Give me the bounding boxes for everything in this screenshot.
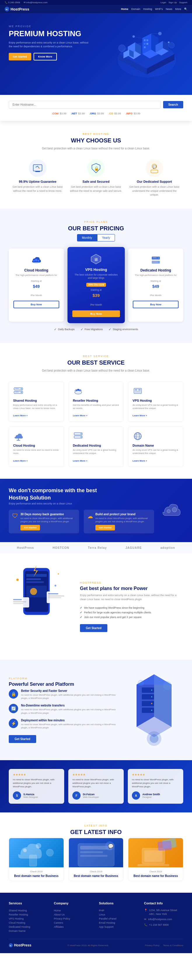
svg-text:💬: 💬: [108, 843, 114, 849]
footer-careers-link[interactable]: Careers: [54, 921, 94, 925]
cloud-service-learn-more[interactable]: Learn More »: [13, 460, 28, 462]
blog-post-title-2: Best domain name for Business: [72, 874, 121, 878]
vps-service-learn-more[interactable]: Learn More »: [132, 414, 147, 417]
footer-app-support-link[interactable]: App Support: [99, 925, 138, 929]
signup-link[interactable]: Sign Up: [169, 1, 177, 4]
server-feature-downtime: 🔄 No-Downtime website transfers no need …: [9, 704, 118, 714]
dedicated-plan-icon: [150, 254, 162, 266]
tld-com: .COM $3.99: [52, 112, 66, 115]
svg-rect-62: [135, 389, 137, 391]
email-link[interactable]: ✉ info@hostpress.com: [24, 1, 48, 4]
pricing-tab-yearly[interactable]: Yearly: [97, 234, 115, 242]
plans-get-started-button[interactable]: Get Started: [80, 624, 107, 632]
footer-contact-col: Contact Info 📍 1234, 5th Avenue Street A…: [144, 902, 184, 933]
footer-privacy-link[interactable]: Privacy Policy: [54, 916, 94, 921]
svg-point-32: [38, 167, 40, 169]
footer-terms-link[interactable]: Terms & Conditions: [163, 944, 183, 947]
dedicated-buy-button[interactable]: Buy Now: [133, 301, 179, 308]
tld-info-price: $3.99: [134, 112, 140, 115]
footer-domain-name-link[interactable]: Domain Name: [9, 929, 48, 933]
dedicated-service-learn-more[interactable]: Learn More »: [73, 460, 87, 462]
partner-adoption: adoption: [160, 546, 175, 549]
footer-affiliates-link[interactable]: Affiliates: [54, 925, 94, 929]
stars-2: ★★★★★: [72, 773, 120, 776]
domain-search-input[interactable]: [9, 101, 161, 108]
footer-cloud-hosting-link[interactable]: Cloud Hosting: [9, 921, 48, 925]
domain-search-button[interactable]: Search: [163, 101, 183, 108]
blog-post-3[interactable]: Check 2019 Best domain name for Business: [128, 838, 183, 881]
server-get-started-button[interactable]: Get Started: [9, 735, 36, 743]
vps-buy-button[interactable]: Buy Now: [72, 310, 120, 317]
footer-linux-link[interactable]: Linux: [99, 913, 138, 916]
nav-whfs[interactable]: WHF's: [155, 8, 163, 11]
cloud-buy-button[interactable]: Buy Now: [13, 301, 59, 308]
login-link[interactable]: Login: [160, 1, 166, 4]
reseller-hosting-learn-more[interactable]: Learn More »: [73, 414, 87, 417]
plans-features-list: We have supporting WordPress since the b…: [80, 605, 183, 619]
nav-hosting[interactable]: Hosting: [143, 8, 152, 11]
nav-home[interactable]: Home: [121, 8, 129, 11]
guarantee-btn[interactable]: Get Started: [21, 525, 40, 530]
footer-reseller-hosting-link[interactable]: Reseller Hosting: [9, 913, 48, 916]
svg-rect-89: [13, 599, 22, 600]
downtime-feature-title: No-Downtime website transfers: [21, 704, 118, 707]
support-link[interactable]: Support: [179, 1, 187, 4]
footer-about-link[interactable]: About Us: [54, 913, 94, 916]
blog-img-1: [9, 838, 63, 867]
svg-point-108: [151, 710, 152, 711]
svg-point-112: [138, 680, 144, 686]
banner-cloud-graphic: [160, 498, 183, 523]
secure-card-desc: Get best protection with a clean Linux b…: [70, 185, 122, 193]
blog-post-1[interactable]: Check 2019 Best domain name for Business: [9, 838, 64, 881]
brand-btn[interactable]: Get Started: [95, 525, 115, 530]
domain-service-learn-more[interactable]: Learn More »: [132, 460, 147, 462]
svg-rect-94: [48, 595, 64, 597]
service-section: Best Service OUR BEST SERVICE Get best p…: [0, 343, 192, 479]
svg-rect-29: [33, 165, 42, 171]
footer-company-col: Company Home About Us Privacy Policy Car…: [54, 902, 94, 933]
svg-point-19: [168, 41, 170, 43]
svg-point-116: [46, 849, 54, 856]
footer-php-link[interactable]: PHP: [99, 908, 138, 913]
footer-privacy-policy-link[interactable]: Privacy Policy: [145, 944, 160, 947]
footer-grid: Services Shared Hosting Reseller Hosting…: [9, 902, 183, 933]
svg-rect-82: [26, 581, 44, 583]
nav-news[interactable]: News: [166, 8, 173, 11]
svg-rect-64: [135, 391, 141, 392]
footer-shared-hosting-link[interactable]: Shared Hosting: [9, 908, 48, 913]
blog-post-2[interactable]: 💬 Check 2019 Best domain name for Busine…: [68, 838, 124, 881]
footer-email-hosting-link[interactable]: Email Hosting: [99, 921, 138, 925]
nav-domain[interactable]: Domain: [131, 8, 140, 11]
shared-hosting-learn-more[interactable]: Learn More »: [13, 414, 28, 417]
vps-plan-icon: 🖥: [90, 253, 102, 265]
hero-description: Enjoy performance and extra security on …: [9, 41, 90, 49]
footer-vps-hosting-link[interactable]: VPS Hosting: [9, 916, 48, 921]
get-started-hero-button[interactable]: Get Started: [9, 53, 31, 60]
svg-point-54: [21, 392, 22, 393]
testimonial-text-2: no need to close WordPress plugin, with …: [72, 778, 120, 789]
footer-dedicated-hosting-link[interactable]: Dedicated Hosting: [9, 925, 48, 929]
footer-cpanel-link[interactable]: Parallel cPanel: [99, 916, 138, 921]
security-feature-icon: 🔒: [9, 689, 18, 698]
tld-net-price: $3.99: [78, 112, 85, 115]
footer-email: ✉ info@hostpress.com: [144, 918, 184, 921]
phone-link[interactable]: 📞 0 240-3568: [5, 1, 20, 4]
cloud-service-title: Cloud Hosting: [13, 444, 60, 447]
testimonial-2: ★★★★★ no need to close WordPress plugin,…: [68, 769, 124, 804]
banner-subtitle: Enjoy performance and extra security on …: [9, 502, 154, 505]
pricing-tab-monthly[interactable]: Monthly: [77, 234, 97, 242]
svg-rect-95: [48, 597, 61, 598]
nav-more[interactable]: More: [175, 8, 181, 11]
blog-grid: Check 2019 Best domain name for Business…: [9, 838, 183, 881]
svg-rect-91: [13, 603, 23, 604]
security-feature-title: Better Security and Faster Server: [21, 689, 118, 692]
svg-rect-113: [30, 855, 37, 867]
nav-search-icon[interactable]: 🔍: [184, 8, 187, 11]
svg-rect-24: [144, 43, 146, 45]
banner-feature-brand: ☁ Build and protect your brand no need t…: [84, 510, 154, 533]
why-card-secure: 🔒 Safe and Secured Get best protection w…: [70, 159, 122, 197]
know-more-button[interactable]: Know More: [33, 53, 57, 60]
footer-home-link[interactable]: Home: [54, 908, 94, 913]
plans-feature-3: Join our most popular plans and get X pe…: [80, 615, 183, 619]
avatar-3: A: [132, 791, 140, 800]
